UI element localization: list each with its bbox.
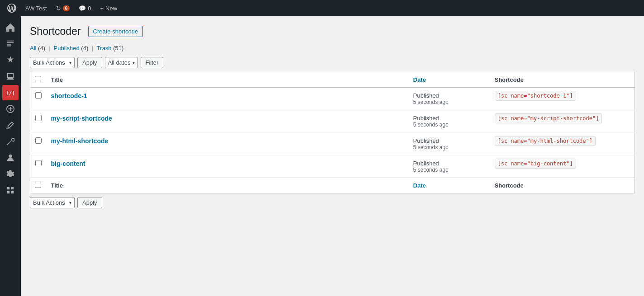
table-header-row: Title Date Shortcode (30, 72, 635, 88)
sidebar: [/] (0, 16, 21, 296)
wp-logo-item[interactable] (4, 0, 20, 16)
row-date-cell: Published 5 seconds ago (409, 155, 490, 178)
footer-date-link[interactable]: Date (413, 182, 426, 189)
sidebar-item-posts[interactable] (2, 36, 19, 52)
sidebar-item-settings[interactable] (2, 166, 19, 182)
comment-count: 0 (88, 5, 91, 12)
page-title: Shortcoder (30, 25, 81, 38)
sidebar-item-brush[interactable] (2, 117, 19, 133)
sidebar-item-comments[interactable] (2, 69, 19, 84)
row-checkbox-cell (30, 88, 47, 110)
create-shortcode-button[interactable]: Create shortcode (88, 26, 143, 37)
header-title-label: Title (51, 76, 63, 83)
row-title-cell: shortcode-1 (47, 88, 409, 110)
bottom-bar: Bulk ActionsDelete ▾ Apply (30, 197, 635, 208)
shortcode-tag: [sc name="my-html-shortcode"] (495, 136, 596, 146)
row-title-link[interactable]: my-script-shortcode (51, 115, 112, 122)
footer-title-col: Title (47, 178, 409, 193)
table-row: shortcode-1 Published 5 seconds ago [sc … (30, 88, 635, 110)
sidebar-item-pin[interactable] (2, 52, 19, 68)
filter-trash[interactable]: Trash (97, 45, 112, 52)
table-footer-row: Title Date Shortcode (30, 178, 635, 193)
shortcode-tag: [sc name="my-script-shortcode"] (495, 113, 602, 123)
row-date-cell: Published 5 seconds ago (409, 133, 490, 155)
admin-bar: AW Test ↻ 6 💬 0 + New (0, 0, 644, 16)
sidebar-item-shortcoder[interactable]: [/] (2, 85, 19, 100)
footer-date-col: Date (409, 178, 490, 193)
table-row: my-html-shortcode Published 5 seconds ag… (30, 133, 635, 155)
row-date-status: Published (413, 92, 486, 99)
bulk-actions-dropdown[interactable]: Bulk ActionsDelete ▾ (30, 57, 75, 68)
row-shortcode-cell: [sc name="big-content"] (490, 155, 635, 178)
sidebar-item-plus[interactable] (2, 101, 19, 117)
new-label: New (105, 5, 117, 12)
row-checkbox-cell (30, 110, 47, 133)
site-name-item[interactable]: AW Test (22, 0, 51, 16)
updates-item[interactable]: ↻ 6 (52, 0, 74, 16)
filter-all[interactable]: All (30, 45, 36, 52)
page-header: Shortcoder Create shortcode (30, 25, 635, 38)
header-date-link[interactable]: Date (413, 76, 426, 83)
select-all-checkbox-bottom[interactable] (35, 182, 41, 188)
sep-1: | (49, 45, 52, 52)
row-checkbox-cell (30, 155, 47, 178)
header-shortcode-col: Shortcode (490, 72, 635, 88)
svg-rect-4 (7, 191, 9, 193)
bottom-bulk-arrow-icon: ▾ (69, 200, 71, 205)
row-checkbox-0[interactable] (35, 92, 42, 99)
shortcodes-table: Title Date Shortcode shortcode-1 (30, 72, 635, 193)
row-title-cell: my-script-shortcode (47, 110, 409, 133)
filter-published[interactable]: Published (54, 45, 80, 52)
comments-item[interactable]: 💬 0 (75, 0, 95, 16)
sidebar-item-user[interactable] (2, 150, 19, 165)
header-title-col: Title (47, 72, 409, 88)
row-title-cell: my-html-shortcode (47, 133, 409, 155)
top-filters-bar: Bulk ActionsDelete ▾ Apply All dates ▾ F… (30, 57, 635, 68)
row-date-status: Published (413, 160, 486, 167)
svg-rect-2 (7, 187, 9, 189)
shortcode-tag: [sc name="shortcode-1"] (495, 91, 576, 101)
row-title-link[interactable]: my-html-shortcode (51, 137, 109, 145)
row-checkbox-cell (30, 133, 47, 155)
footer-shortcode-col: Shortcode (490, 178, 635, 193)
all-count: (4) (38, 45, 45, 52)
row-date-cell: Published 5 seconds ago (409, 88, 490, 110)
sidebar-item-grid[interactable] (2, 183, 19, 198)
filter-links: All (4) | Published (4) | Trash (51) (30, 45, 635, 52)
table-row: my-script-shortcode Published 5 seconds … (30, 110, 635, 133)
table-body: shortcode-1 Published 5 seconds ago [sc … (30, 88, 635, 178)
row-date-cell: Published 5 seconds ago (409, 110, 490, 133)
new-item[interactable]: + New (96, 0, 121, 16)
row-checkbox-3[interactable] (35, 160, 42, 166)
filter-button[interactable]: Filter (141, 57, 164, 68)
published-count: (4) (81, 45, 88, 52)
dates-dropdown[interactable]: All dates ▾ (105, 57, 138, 68)
dates-arrow-icon: ▾ (133, 60, 135, 65)
row-title-link[interactable]: big-content (51, 160, 85, 167)
header-date-col: Date (409, 72, 490, 88)
table-row: big-content Published 5 seconds ago [sc … (30, 155, 635, 178)
site-name: AW Test (25, 5, 47, 12)
bottom-bulk-actions-select[interactable]: Bulk ActionsDelete (33, 199, 67, 206)
bulk-actions-select[interactable]: Bulk ActionsDelete (33, 59, 67, 66)
top-apply-button[interactable]: Apply (77, 57, 102, 68)
new-plus-icon: + (100, 5, 104, 12)
row-shortcode-cell: [sc name="my-html-shortcode"] (490, 133, 635, 155)
row-checkbox-1[interactable] (35, 115, 42, 121)
shortcode-tag: [sc name="big-content"] (495, 159, 576, 169)
sidebar-item-dashboard[interactable] (2, 20, 19, 35)
row-checkbox-2[interactable] (35, 137, 42, 144)
row-title-link[interactable]: shortcode-1 (51, 92, 87, 99)
bottom-apply-button[interactable]: Apply (77, 197, 102, 208)
header-checkbox-col (30, 72, 47, 88)
select-all-checkbox[interactable] (35, 76, 41, 82)
updates-icon: ↻ (56, 5, 61, 12)
bottom-bulk-actions-dropdown[interactable]: Bulk ActionsDelete ▾ (30, 197, 75, 208)
row-date-time: 5 seconds ago (413, 167, 486, 173)
sep-2: | (92, 45, 95, 52)
comment-icon: 💬 (79, 5, 86, 12)
sidebar-item-tools[interactable] (2, 134, 19, 149)
dates-select[interactable]: All dates (108, 59, 131, 66)
row-date-status: Published (413, 115, 486, 122)
svg-point-1 (9, 155, 12, 158)
